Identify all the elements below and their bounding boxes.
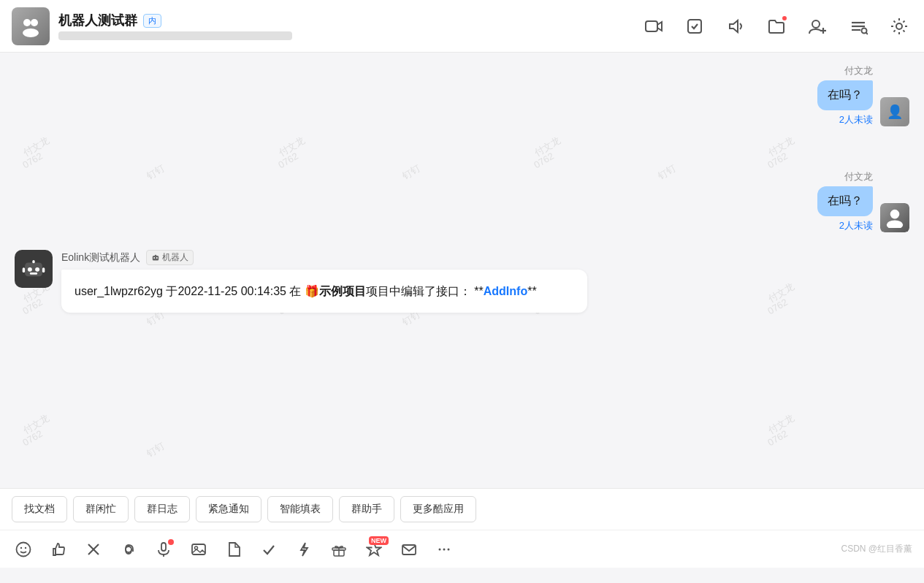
quick-actions-bar: 找文档群闲忙群日志紧急通知智能填表群助手更多酷应用 — [0, 488, 924, 530]
bot-sender-row: Eolink测试机器人 机器人 — [61, 250, 909, 265]
chat-title: 机器人测试群 — [58, 12, 137, 29]
at-icon[interactable] — [117, 538, 140, 561]
more-icon[interactable] — [432, 538, 456, 561]
file-icon[interactable] — [222, 538, 245, 561]
header-icon-group — [641, 13, 912, 39]
message-text: 在吗？ — [828, 194, 863, 207]
bot-message-link[interactable]: AddInfo — [484, 285, 527, 297]
quick-action-button[interactable]: 智能填表 — [267, 496, 333, 522]
message-bubble: 在吗？ — [817, 80, 873, 110]
robot-tag: 机器人 — [146, 250, 194, 265]
svg-marker-5 — [730, 20, 738, 32]
svg-point-29 — [20, 546, 22, 548]
new-badge: NEW — [369, 536, 389, 545]
main-area: 付文龙0762钉钉付文龙0762钉钉付文龙0762付文龙0762钉钉付文龙076… — [0, 53, 924, 583]
message-bubble: 在吗？ — [817, 186, 873, 216]
thumb-icon[interactable] — [47, 538, 70, 561]
svg-rect-24 — [153, 256, 159, 261]
svg-point-1 — [31, 19, 38, 26]
chat-info: 机器人测试群 内 — [58, 12, 641, 40]
chat-subtitle — [58, 31, 292, 40]
settings-icon[interactable] — [886, 13, 912, 39]
svg-rect-4 — [688, 20, 701, 33]
svg-rect-21 — [32, 260, 34, 263]
svg-point-43 — [443, 548, 446, 550]
svg-point-15 — [890, 210, 900, 219]
svg-rect-34 — [161, 543, 166, 551]
svg-point-42 — [439, 548, 441, 550]
bot-message-middle: 项目中编辑了接口： ** — [366, 285, 484, 297]
bot-message-prefix: user_1lwpzr62yg 于2022-11-25 00:14:35 在 🎁 — [75, 285, 319, 297]
close-icon[interactable] — [82, 538, 105, 561]
star-icon[interactable]: NEW — [362, 538, 386, 561]
sender-name: 付文龙 — [844, 64, 873, 77]
svg-rect-27 — [155, 254, 156, 256]
svg-point-0 — [23, 19, 31, 26]
svg-rect-23 — [42, 267, 45, 273]
quick-action-button[interactable]: 紧急通知 — [196, 496, 261, 522]
quick-action-button[interactable]: 群助手 — [339, 496, 394, 522]
group-avatar — [12, 7, 50, 45]
bot-avatar — [15, 250, 53, 288]
svg-point-26 — [156, 257, 158, 259]
message-row: 付文龙 在吗？ 2人未读 — [15, 170, 909, 232]
add-member-icon[interactable] — [804, 13, 831, 39]
mic-icon[interactable] — [152, 538, 175, 561]
svg-line-13 — [866, 32, 868, 34]
folder-icon[interactable] — [763, 13, 790, 39]
emoji-icon[interactable] — [12, 538, 35, 561]
bot-message-bubble: user_1lwpzr62yg 于2022-11-25 00:14:35 在 🎁… — [61, 270, 587, 313]
messages-list: 付文龙 在吗？ 2人未读 👤 付文龙 在吗？ 2人未读 — [0, 53, 924, 488]
svg-point-14 — [896, 23, 902, 29]
quick-action-button[interactable]: 群日志 — [134, 496, 190, 522]
svg-point-2 — [23, 28, 39, 37]
bot-message-row: Eolink测试机器人 机器人 user_1lwpzr6 — [15, 250, 909, 313]
chat-area: 付文龙0762钉钉付文龙0762钉钉付文龙0762付文龙0762钉钉付文龙076… — [0, 53, 924, 583]
lightning-icon[interactable] — [292, 538, 316, 561]
svg-rect-36 — [192, 544, 205, 555]
sender-name: 付文龙 — [844, 170, 873, 183]
svg-point-28 — [17, 542, 31, 556]
quick-action-button[interactable]: 群闲忙 — [73, 496, 129, 522]
chat-search-icon[interactable] — [845, 13, 871, 39]
svg-point-6 — [812, 20, 820, 28]
check-icon[interactable] — [257, 538, 280, 561]
svg-point-37 — [195, 546, 198, 549]
video-call-icon[interactable] — [641, 13, 667, 39]
user-avatar — [880, 203, 909, 232]
svg-point-16 — [887, 221, 903, 229]
quick-action-button[interactable]: 找文档 — [12, 496, 67, 522]
svg-rect-3 — [646, 21, 657, 31]
mail-icon[interactable] — [397, 538, 421, 561]
unread-count: 2人未读 — [839, 113, 873, 126]
task-icon[interactable] — [681, 13, 708, 39]
message-text: 在吗？ — [828, 88, 863, 101]
toolbar: NEWCSDN @红目香薰 — [0, 530, 924, 568]
bot-sender-name: Eolink测试机器人 — [61, 251, 140, 264]
svg-point-12 — [862, 28, 867, 33]
svg-point-25 — [153, 257, 155, 259]
bot-message-suffix: ** — [527, 285, 536, 297]
robot-tag-label: 机器人 — [162, 251, 188, 264]
chat-header: 机器人测试群 内 — [0, 0, 924, 53]
svg-rect-41 — [402, 545, 416, 555]
quick-action-button[interactable]: 更多酷应用 — [400, 496, 476, 522]
mute-icon[interactable] — [722, 13, 749, 39]
svg-rect-20 — [30, 273, 37, 275]
svg-point-18 — [28, 267, 32, 272]
bot-message-bold: 示例项目 — [319, 285, 366, 297]
dot-badge — [168, 539, 174, 545]
svg-point-19 — [35, 267, 39, 272]
unread-count: 2人未读 — [839, 219, 873, 232]
user-avatar: 👤 — [880, 97, 909, 126]
watermark-label: CSDN @红目香薰 — [841, 543, 912, 555]
svg-rect-22 — [23, 267, 25, 273]
bot-message-content: Eolink测试机器人 机器人 user_1lwpzr6 — [61, 250, 909, 313]
svg-point-30 — [25, 546, 26, 548]
gift-icon[interactable] — [327, 538, 351, 561]
chat-badge: 内 — [143, 14, 161, 28]
image-icon[interactable] — [187, 538, 210, 561]
svg-point-44 — [448, 548, 450, 550]
message-row: 付文龙 在吗？ 2人未读 👤 — [15, 64, 909, 126]
